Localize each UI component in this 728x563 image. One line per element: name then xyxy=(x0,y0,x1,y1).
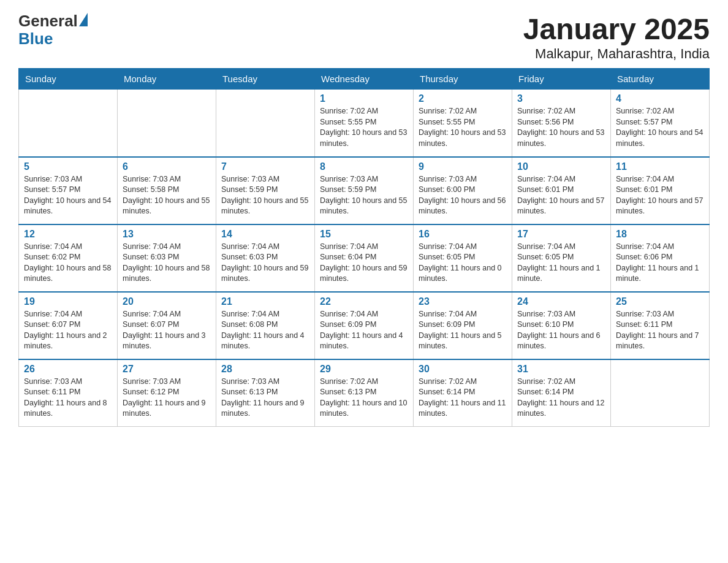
calendar-cell: 11Sunrise: 7:04 AMSunset: 6:01 PMDayligh… xyxy=(611,157,710,224)
calendar-cell xyxy=(118,90,216,157)
day-number: 29 xyxy=(320,364,408,375)
day-info: Sunrise: 7:04 AMSunset: 6:09 PMDaylight:… xyxy=(419,309,507,352)
calendar-week-row: 1Sunrise: 7:02 AMSunset: 5:55 PMDaylight… xyxy=(19,90,710,157)
day-number: 26 xyxy=(24,364,112,375)
day-number: 21 xyxy=(221,296,309,307)
calendar-cell xyxy=(611,359,710,427)
calendar-cell: 27Sunrise: 7:03 AMSunset: 6:12 PMDayligh… xyxy=(118,359,216,427)
day-info: Sunrise: 7:04 AMSunset: 6:05 PMDaylight:… xyxy=(419,242,507,285)
calendar-cell: 13Sunrise: 7:04 AMSunset: 6:03 PMDayligh… xyxy=(118,224,216,292)
calendar-cell: 9Sunrise: 7:03 AMSunset: 6:00 PMDaylight… xyxy=(414,157,512,224)
day-info: Sunrise: 7:02 AMSunset: 6:13 PMDaylight:… xyxy=(320,377,408,419)
day-number: 8 xyxy=(320,161,408,172)
day-info: Sunrise: 7:03 AMSunset: 6:00 PMDaylight:… xyxy=(419,174,507,217)
calendar-cell: 2Sunrise: 7:02 AMSunset: 5:55 PMDaylight… xyxy=(414,90,512,157)
page-subtitle: Malkapur, Maharashtra, India xyxy=(523,46,710,62)
day-number: 23 xyxy=(419,296,507,307)
calendar-cell xyxy=(216,90,315,157)
calendar-cell: 23Sunrise: 7:04 AMSunset: 6:09 PMDayligh… xyxy=(414,292,512,359)
calendar-cell: 3Sunrise: 7:02 AMSunset: 5:56 PMDaylight… xyxy=(512,90,611,157)
calendar-cell: 29Sunrise: 7:02 AMSunset: 6:13 PMDayligh… xyxy=(315,359,414,427)
calendar-cell: 14Sunrise: 7:04 AMSunset: 6:03 PMDayligh… xyxy=(216,224,315,292)
day-info: Sunrise: 7:04 AMSunset: 6:03 PMDaylight:… xyxy=(221,242,309,285)
calendar-day-header: Saturday xyxy=(611,69,710,90)
calendar-cell: 1Sunrise: 7:02 AMSunset: 5:55 PMDaylight… xyxy=(315,90,414,157)
day-number: 22 xyxy=(320,296,408,307)
day-info: Sunrise: 7:03 AMSunset: 6:11 PMDaylight:… xyxy=(616,309,704,352)
day-info: Sunrise: 7:02 AMSunset: 5:55 PMDaylight:… xyxy=(320,106,408,149)
calendar-cell: 26Sunrise: 7:03 AMSunset: 6:11 PMDayligh… xyxy=(19,359,118,427)
day-info: Sunrise: 7:02 AMSunset: 5:56 PMDaylight:… xyxy=(517,106,605,149)
title-block: January 2025 Malkapur, Maharashtra, Indi… xyxy=(523,12,710,62)
calendar-cell: 24Sunrise: 7:03 AMSunset: 6:10 PMDayligh… xyxy=(512,292,611,359)
day-info: Sunrise: 7:04 AMSunset: 6:08 PMDaylight:… xyxy=(221,309,309,352)
day-number: 24 xyxy=(517,296,605,307)
page-header: General Blue January 2025 Malkapur, Maha… xyxy=(18,12,710,62)
calendar-day-header: Monday xyxy=(118,69,216,90)
calendar-day-header: Sunday xyxy=(19,69,118,90)
day-info: Sunrise: 7:03 AMSunset: 5:59 PMDaylight:… xyxy=(221,174,309,217)
day-info: Sunrise: 7:03 AMSunset: 5:59 PMDaylight:… xyxy=(320,174,408,217)
calendar-week-row: 19Sunrise: 7:04 AMSunset: 6:07 PMDayligh… xyxy=(19,292,710,359)
day-number: 16 xyxy=(419,229,507,240)
calendar-day-header: Tuesday xyxy=(216,69,315,90)
day-info: Sunrise: 7:02 AMSunset: 5:57 PMDaylight:… xyxy=(616,106,704,149)
calendar-cell: 18Sunrise: 7:04 AMSunset: 6:06 PMDayligh… xyxy=(611,224,710,292)
day-number: 18 xyxy=(616,229,704,240)
calendar-cell: 22Sunrise: 7:04 AMSunset: 6:09 PMDayligh… xyxy=(315,292,414,359)
calendar-cell: 17Sunrise: 7:04 AMSunset: 6:05 PMDayligh… xyxy=(512,224,611,292)
day-number: 10 xyxy=(517,161,605,172)
day-number: 30 xyxy=(419,364,507,375)
day-info: Sunrise: 7:02 AMSunset: 6:14 PMDaylight:… xyxy=(517,377,605,419)
day-number: 17 xyxy=(517,229,605,240)
calendar-header-row: SundayMondayTuesdayWednesdayThursdayFrid… xyxy=(19,69,710,90)
calendar-cell: 6Sunrise: 7:03 AMSunset: 5:58 PMDaylight… xyxy=(118,157,216,224)
calendar-week-row: 12Sunrise: 7:04 AMSunset: 6:02 PMDayligh… xyxy=(19,224,710,292)
day-info: Sunrise: 7:04 AMSunset: 6:06 PMDaylight:… xyxy=(616,242,704,285)
day-number: 2 xyxy=(419,93,507,104)
day-number: 4 xyxy=(616,93,704,104)
day-info: Sunrise: 7:04 AMSunset: 6:03 PMDaylight:… xyxy=(123,242,211,285)
page-title: January 2025 xyxy=(523,12,710,46)
calendar-cell: 16Sunrise: 7:04 AMSunset: 6:05 PMDayligh… xyxy=(414,224,512,292)
calendar-cell: 12Sunrise: 7:04 AMSunset: 6:02 PMDayligh… xyxy=(19,224,118,292)
day-info: Sunrise: 7:04 AMSunset: 6:01 PMDaylight:… xyxy=(517,174,605,217)
day-number: 3 xyxy=(517,93,605,104)
calendar-cell: 25Sunrise: 7:03 AMSunset: 6:11 PMDayligh… xyxy=(611,292,710,359)
day-number: 31 xyxy=(517,364,605,375)
day-info: Sunrise: 7:02 AMSunset: 6:14 PMDaylight:… xyxy=(419,377,507,419)
day-number: 9 xyxy=(419,161,507,172)
calendar-cell: 31Sunrise: 7:02 AMSunset: 6:14 PMDayligh… xyxy=(512,359,611,427)
calendar-day-header: Thursday xyxy=(414,69,512,90)
day-info: Sunrise: 7:03 AMSunset: 6:11 PMDaylight:… xyxy=(24,377,112,419)
day-info: Sunrise: 7:04 AMSunset: 6:01 PMDaylight:… xyxy=(616,174,704,217)
calendar-week-row: 5Sunrise: 7:03 AMSunset: 5:57 PMDaylight… xyxy=(19,157,710,224)
day-info: Sunrise: 7:04 AMSunset: 6:02 PMDaylight:… xyxy=(24,242,112,285)
calendar-table: SundayMondayTuesdayWednesdayThursdayFrid… xyxy=(18,68,710,427)
calendar-cell: 28Sunrise: 7:03 AMSunset: 6:13 PMDayligh… xyxy=(216,359,315,427)
day-info: Sunrise: 7:04 AMSunset: 6:05 PMDaylight:… xyxy=(517,242,605,285)
calendar-cell: 30Sunrise: 7:02 AMSunset: 6:14 PMDayligh… xyxy=(414,359,512,427)
day-number: 7 xyxy=(221,161,309,172)
day-number: 25 xyxy=(616,296,704,307)
day-info: Sunrise: 7:04 AMSunset: 6:04 PMDaylight:… xyxy=(320,242,408,285)
day-number: 5 xyxy=(24,161,112,172)
calendar-cell: 19Sunrise: 7:04 AMSunset: 6:07 PMDayligh… xyxy=(19,292,118,359)
day-info: Sunrise: 7:03 AMSunset: 6:12 PMDaylight:… xyxy=(123,377,211,419)
calendar-cell: 5Sunrise: 7:03 AMSunset: 5:57 PMDaylight… xyxy=(19,157,118,224)
day-info: Sunrise: 7:02 AMSunset: 5:55 PMDaylight:… xyxy=(419,106,507,149)
calendar-week-row: 26Sunrise: 7:03 AMSunset: 6:11 PMDayligh… xyxy=(19,359,710,427)
day-number: 11 xyxy=(616,161,704,172)
calendar-cell: 4Sunrise: 7:02 AMSunset: 5:57 PMDaylight… xyxy=(611,90,710,157)
calendar-cell: 20Sunrise: 7:04 AMSunset: 6:07 PMDayligh… xyxy=(118,292,216,359)
calendar-day-header: Friday xyxy=(512,69,611,90)
day-number: 27 xyxy=(123,364,211,375)
day-number: 1 xyxy=(320,93,408,104)
calendar-cell xyxy=(19,90,118,157)
logo-general: General xyxy=(18,12,78,30)
calendar-day-header: Wednesday xyxy=(315,69,414,90)
day-number: 12 xyxy=(24,229,112,240)
day-info: Sunrise: 7:03 AMSunset: 5:58 PMDaylight:… xyxy=(123,174,211,217)
day-number: 14 xyxy=(221,229,309,240)
calendar-cell: 7Sunrise: 7:03 AMSunset: 5:59 PMDaylight… xyxy=(216,157,315,224)
